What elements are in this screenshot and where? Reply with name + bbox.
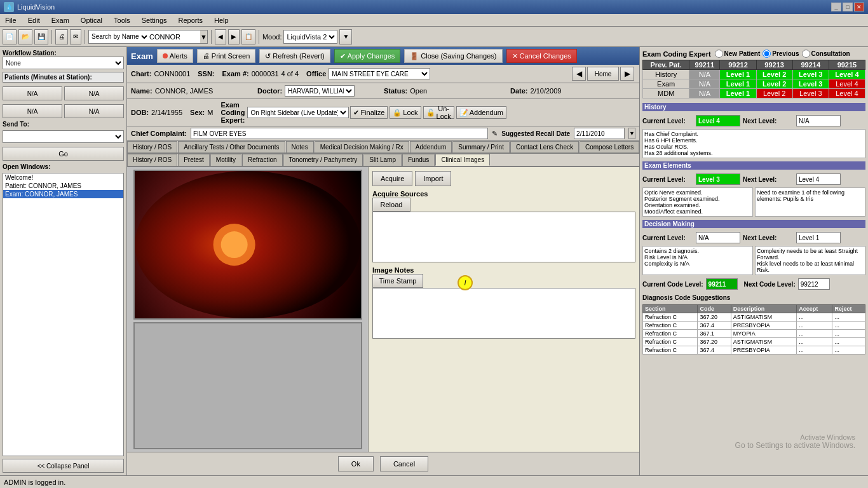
menu-optical[interactable]: Optical [78, 16, 105, 25]
radio-previous[interactable]: Previous [763, 50, 799, 58]
search-dropdown-btn[interactable]: ▼ [200, 30, 207, 43]
toolbar-nav-prev[interactable]: ◀ [215, 29, 226, 44]
tab2-refraction[interactable]: Refraction [242, 154, 283, 166]
workflow-select[interactable]: None [3, 57, 124, 69]
alerts-button[interactable]: Alerts [157, 49, 193, 63]
diag-reject-4[interactable]: ... [832, 338, 865, 346]
diag-reject-2[interactable]: ... [832, 322, 865, 330]
action-btn-4[interactable]: N/A [64, 104, 124, 118]
cancel-dialog-button[interactable]: Cancel [380, 456, 428, 471]
collapse-panel-button[interactable]: << Collapse Panel [3, 459, 124, 473]
action-btn-2[interactable]: N/A [64, 86, 124, 100]
toolbar-btn2[interactable]: 🖨 [55, 29, 68, 44]
minimize-button[interactable]: _ [831, 3, 841, 11]
history-label: History [643, 70, 689, 79]
toolbar-save-btn[interactable]: 💾 [34, 29, 48, 44]
search-type-select[interactable]: Search by Name [89, 30, 149, 44]
home-button[interactable]: Home [587, 67, 619, 81]
exam-coding-select[interactable]: On Right Sidebar (Live Update) [247, 107, 349, 118]
diag-accept-3[interactable]: ... [797, 330, 832, 338]
close-saving-button[interactable]: 🚪 Close (Saving Changes) [404, 49, 502, 63]
tab-ancillary[interactable]: Ancillary Tests / Other Documents [178, 141, 285, 152]
doctor-select[interactable]: HARVARD, WILLIAM [285, 85, 355, 97]
diag-accept-5[interactable]: ... [797, 346, 832, 355]
tab2-fundus[interactable]: Fundus [402, 154, 435, 166]
radio-new-patient[interactable]: New Patient [715, 50, 761, 58]
toolbar-open-btn[interactable]: 📂 [18, 29, 32, 44]
toolbar-new-btn[interactable]: 📄 [3, 29, 17, 44]
menu-settings[interactable]: Settings [139, 16, 170, 25]
tab-notes[interactable]: Notes [286, 141, 314, 152]
addendum-button[interactable]: 📝 Addendum [456, 106, 506, 119]
current-code-value: 99211 [706, 278, 738, 290]
diag-accept-2[interactable]: ... [797, 322, 832, 330]
menu-help[interactable]: Help [212, 16, 231, 25]
search-input[interactable] [149, 33, 200, 41]
chief-complaint-input[interactable] [191, 128, 488, 139]
diag-desc-5: PRESBYOPIA [731, 346, 797, 355]
open-window-patient[interactable]: Patient: CONNOR, JAMES [3, 182, 123, 190]
unlock-button[interactable]: 🔓 Un-Lock [423, 106, 454, 119]
open-window-welcome[interactable]: Welcome! [3, 173, 123, 182]
print-screen-button[interactable]: 🖨 Print Screen [197, 49, 256, 63]
action-btn-1[interactable]: N/A [3, 86, 62, 100]
tab-summary-print[interactable]: Summary / Print [452, 141, 510, 152]
toolbar-nav-next[interactable]: ▶ [228, 29, 240, 44]
mood-dropdown-btn[interactable]: ▼ [339, 29, 352, 44]
toolbar-btn4[interactable]: 📋 [241, 29, 255, 44]
menu-exam[interactable]: Exam [49, 16, 72, 25]
tab2-history-ros[interactable]: History / ROS [127, 154, 177, 166]
go-button[interactable]: Go [3, 147, 124, 161]
apply-changes-button[interactable]: ✔ Apply Changes [334, 49, 401, 63]
mood-select[interactable]: LiquidVista 2 [283, 30, 337, 44]
reload-button[interactable]: Reload [372, 198, 410, 212]
action-btn-3[interactable]: N/A [3, 104, 62, 118]
tab2-motility[interactable]: Motility [210, 154, 241, 166]
tab-addendum[interactable]: Addendum [410, 141, 452, 152]
chief-complaint-row: Chief Complaint: ✎ Suggested Recall Date… [127, 126, 639, 141]
exam-row: Exam N/A Level 1 Level 2 Level 3 Level 4 [643, 79, 865, 89]
tab-compose-letters[interactable]: Compose Letters [580, 141, 639, 152]
time-stamp-button[interactable]: Time Stamp [372, 274, 423, 288]
exam-value: 0000031 [252, 70, 279, 78]
diag-reject-3[interactable]: ... [832, 330, 865, 338]
lock-button[interactable]: 🔒 Lock [390, 106, 421, 119]
toolbar-btn3[interactable]: ✉ [70, 29, 81, 44]
nav-back-button[interactable]: ◀ [572, 67, 586, 81]
menu-file[interactable]: File [3, 16, 19, 25]
diag-accept-1[interactable]: ... [797, 313, 832, 322]
diag-reject-5[interactable]: ... [832, 346, 865, 355]
cancel-changes-button[interactable]: ✕ Cancel Changes [506, 49, 577, 63]
ok-button[interactable]: Ok [338, 456, 374, 471]
menu-edit[interactable]: Edit [25, 16, 43, 25]
office-select[interactable]: MAIN STREET EYE CARE [329, 68, 430, 79]
tab2-pretest[interactable]: Pretest [178, 154, 210, 166]
close-button[interactable]: ✕ [854, 3, 864, 11]
suggested-recall-input[interactable] [574, 128, 625, 139]
nav-forward-button[interactable]: ▶ [620, 67, 634, 81]
diag-accept-4[interactable]: ... [797, 338, 832, 346]
restore-button[interactable]: □ [843, 3, 853, 11]
tab2-tonometry[interactable]: Tonometry / Pachymetry [283, 154, 363, 166]
tab-medical-decision[interactable]: Medical Decision Making / Rx [315, 141, 409, 152]
send-to-select[interactable] [3, 130, 124, 143]
diag-code-2: 367.4 [698, 322, 731, 330]
tab-history-ros[interactable]: History / ROS [127, 141, 177, 152]
import-button[interactable]: Import [415, 171, 451, 186]
menu-reports[interactable]: Reports [176, 16, 206, 25]
menu-tools[interactable]: Tools [111, 16, 133, 25]
diag-row-5: Refraction C 367.4 PRESBYOPIA ... ... [643, 346, 865, 355]
tab2-clinical-images[interactable]: Clinical Images [435, 154, 490, 166]
patients-at-station: Patients (Minutes at Station): [3, 72, 124, 83]
tab2-slit-lamp[interactable]: Slit Lamp [363, 154, 402, 166]
finalize-button[interactable]: ✔ Finalize [350, 106, 388, 119]
open-window-exam[interactable]: Exam: CONNOR, JAMES [3, 190, 123, 198]
image-notes-textarea[interactable] [372, 288, 635, 339]
acquire-button[interactable]: Acquire [372, 171, 412, 186]
radio-consultation[interactable]: Consultation [802, 50, 850, 58]
recall-dropdown-btn[interactable]: ▼ [628, 128, 635, 139]
exam-elements-next-label: Next Level: [743, 176, 794, 183]
diag-reject-1[interactable]: ... [832, 313, 865, 322]
refresh-button[interactable]: ↺ Refresh (Revert) [259, 49, 330, 63]
tab-contact-lens[interactable]: Contact Lens Check [510, 141, 579, 152]
